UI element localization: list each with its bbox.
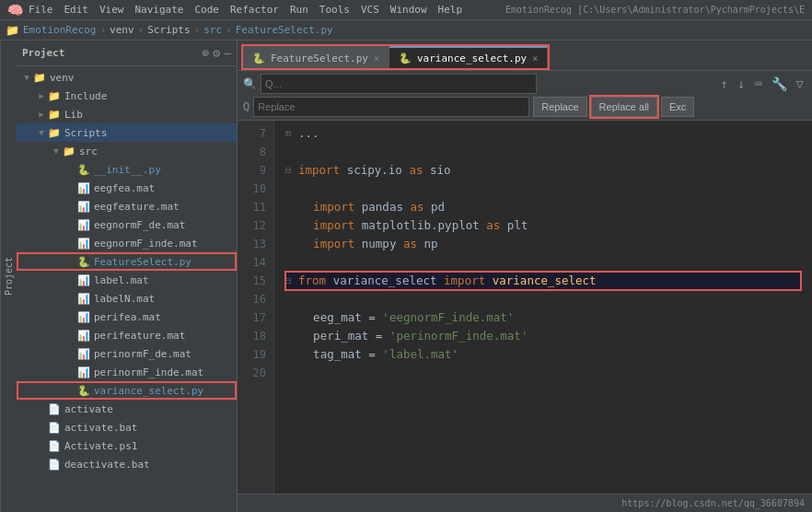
tree-item-label[interactable]: 📊label.mat bbox=[17, 271, 237, 289]
tree-label-eegnormF_inde: eegnormF_inde.mat bbox=[94, 238, 198, 250]
tab-label-featureselect: FeatureSelect.py bbox=[271, 52, 368, 64]
find-filter-icon[interactable]: ▽ bbox=[794, 76, 806, 91]
tree-item-eegnormF_inde[interactable]: 📊eegnormF_inde.mat bbox=[17, 234, 237, 252]
gear-icon[interactable]: ⚙ bbox=[213, 46, 220, 60]
tree-arrow-venv: ▼ bbox=[20, 73, 33, 82]
tree-label-include: Include bbox=[64, 90, 107, 102]
find-options-icon[interactable]: 🔧 bbox=[769, 76, 790, 91]
code-content[interactable]: ⊞... ⊟import scipy.io as sio import pand… bbox=[274, 121, 812, 494]
menu-bar: File Edit View Navigate Code Refactor Ru… bbox=[29, 4, 462, 16]
menu-code[interactable]: Code bbox=[194, 4, 219, 16]
tree-icon-activate: 📄 bbox=[48, 403, 61, 415]
breadcrumb-venv[interactable]: venv bbox=[110, 24, 134, 36]
tree-item-lib[interactable]: ▶📁Lib bbox=[17, 105, 237, 123]
side-panel-label[interactable]: Project bbox=[0, 41, 17, 512]
code-line-10 bbox=[285, 180, 801, 198]
menu-window[interactable]: Window bbox=[390, 4, 427, 16]
replace-button[interactable]: Replace bbox=[533, 97, 586, 117]
tree-item-labelN[interactable]: 📊labelN.mat bbox=[17, 289, 237, 308]
menu-view[interactable]: View bbox=[99, 4, 124, 16]
menu-tools[interactable]: Tools bbox=[319, 4, 350, 16]
replace-icon: Q bbox=[243, 100, 249, 113]
tree-item-varianceselect[interactable]: 🐍variance_select.py bbox=[17, 381, 237, 400]
tree-item-deactivatebat[interactable]: 📄deactivate.bat bbox=[17, 455, 237, 473]
tree-label-src: src bbox=[79, 145, 98, 157]
tree-item-activateps1[interactable]: 📄Activate.ps1 bbox=[17, 436, 237, 455]
tree-label-scripts: Scripts bbox=[64, 127, 107, 139]
fold-icon[interactable]: ⊟ bbox=[285, 161, 298, 180]
app-logo: 🧠 bbox=[7, 3, 23, 17]
fold-icon[interactable]: ⊞ bbox=[285, 124, 298, 143]
tree-item-init[interactable]: 🐍__init__.py bbox=[17, 160, 237, 179]
tab-close-varianceselect[interactable]: × bbox=[532, 53, 538, 64]
path-info: EmotionRecog [C:\Users\Administrator\Pyc… bbox=[505, 5, 805, 15]
tab-featureselect[interactable]: 🐍FeatureSelect.py× bbox=[243, 46, 389, 69]
tree-label-perinormF_inde: perinormF_inde.mat bbox=[94, 367, 203, 378]
tree-item-scripts[interactable]: ▼📁Scripts bbox=[17, 123, 237, 142]
tab-icon-featureselect: 🐍 bbox=[252, 52, 265, 64]
find-up-icon[interactable]: ↑ bbox=[717, 76, 730, 91]
find-nav-icons: ↑ ↓ ⌨ 🔧 ▽ bbox=[717, 76, 806, 91]
breadcrumb-src[interactable]: src bbox=[203, 24, 222, 36]
replace-input[interactable] bbox=[253, 97, 529, 117]
tree-icon-activatebat: 📄 bbox=[48, 422, 61, 434]
menu-help[interactable]: Help bbox=[438, 4, 463, 16]
tree-arrow-scripts: ▼ bbox=[35, 128, 48, 137]
exclude-button[interactable]: Exc bbox=[661, 97, 694, 117]
breadcrumb-file[interactable]: FeatureSelect.py bbox=[236, 24, 333, 36]
fold-icon[interactable]: ⊟ bbox=[285, 272, 298, 290]
tab-icon-varianceselect: 🐍 bbox=[399, 52, 412, 64]
tree-icon-label: 📊 bbox=[77, 274, 90, 286]
menu-file[interactable]: File bbox=[29, 4, 53, 16]
replace-row: Q Replace Replace all Exc bbox=[243, 97, 806, 117]
breadcrumb-sep-2: › bbox=[138, 24, 145, 36]
tree-item-eegnormF_de[interactable]: 📊eegnormF_de.mat bbox=[17, 215, 237, 234]
tree-item-perifeature[interactable]: 📊perifeature.mat bbox=[17, 326, 237, 344]
tree-item-include[interactable]: ▶📁Include bbox=[17, 87, 237, 105]
code-line-18: peri_mat = 'perinormF_inde.mat' bbox=[285, 327, 801, 345]
code-line-9: ⊟import scipy.io as sio bbox=[285, 161, 801, 180]
project-panel-header: Project ⊕ ⚙ – bbox=[17, 41, 237, 66]
add-icon[interactable]: ⊕ bbox=[203, 46, 210, 60]
tree-item-perifea[interactable]: 📊perifea.mat bbox=[17, 308, 237, 326]
breadcrumb-emotionrecog[interactable]: EmotionRecog bbox=[23, 24, 96, 36]
tree-item-eegfeature[interactable]: 📊eegfeature.mat bbox=[17, 197, 237, 215]
tree-item-src[interactable]: ▼📁src bbox=[17, 142, 237, 160]
tree-item-activatebat[interactable]: 📄activate.bat bbox=[17, 418, 237, 436]
tree-label-eegfeature: eegfeature.mat bbox=[94, 201, 180, 213]
breadcrumb-bar: 📁 EmotionRecog › venv › Scripts › src › … bbox=[0, 20, 812, 41]
tree-label-eegfea: eegfea.mat bbox=[94, 182, 155, 194]
menu-refactor[interactable]: Refactor bbox=[230, 4, 279, 16]
menu-navigate[interactable]: Navigate bbox=[135, 4, 184, 16]
tree-label-labelN: labelN.mat bbox=[94, 293, 155, 305]
tree-label-perifea: perifea.mat bbox=[94, 311, 161, 323]
tree-label-perinormF_de: perinormF_de.mat bbox=[94, 348, 191, 360]
tree-item-perinormF_inde[interactable]: 📊perinormF_inde.mat bbox=[17, 363, 237, 381]
find-match-icon[interactable]: ⌨ bbox=[751, 76, 764, 91]
tab-close-featureselect[interactable]: × bbox=[374, 53, 379, 64]
tree-icon-varianceselect: 🐍 bbox=[77, 385, 90, 397]
code-line-19: tag_mat = 'label.mat' bbox=[285, 345, 801, 364]
replace-all-button[interactable]: Replace all bbox=[591, 97, 657, 117]
code-line-7: ⊞... bbox=[285, 124, 801, 143]
tree-icon-eegfea: 📊 bbox=[77, 182, 90, 194]
tab-varianceselect[interactable]: 🐍variance_select.py× bbox=[389, 46, 548, 69]
tree-item-venv[interactable]: ▼📁venv bbox=[17, 68, 237, 87]
tree-icon-activateps1: 📄 bbox=[48, 440, 61, 452]
code-line-11: import pandas as pd bbox=[285, 198, 801, 216]
tree-icon-eegnormF_inde: 📊 bbox=[77, 238, 90, 250]
collapse-icon[interactable]: – bbox=[224, 46, 231, 60]
tree-item-perinormF_de[interactable]: 📊perinormF_de.mat bbox=[17, 344, 237, 363]
tree-item-activate[interactable]: 📄activate bbox=[17, 400, 237, 418]
breadcrumb-scripts[interactable]: Scripts bbox=[147, 24, 190, 36]
tree-item-eegfea[interactable]: 📊eegfea.mat bbox=[17, 179, 237, 197]
code-area: 7891011121314151617181920 ⊞... ⊟import s… bbox=[238, 121, 812, 494]
find-down-icon[interactable]: ↓ bbox=[735, 76, 748, 91]
code-line-12: import matplotlib.pyplot as plt bbox=[285, 216, 801, 235]
menu-vcs[interactable]: VCS bbox=[361, 4, 379, 16]
search-input[interactable] bbox=[261, 74, 537, 94]
menu-edit[interactable]: Edit bbox=[64, 4, 89, 16]
menu-run[interactable]: Run bbox=[290, 4, 308, 16]
find-replace-bar: 🔍 ↑ ↓ ⌨ 🔧 ▽ Q Replace Replace all Ex bbox=[238, 71, 812, 121]
tree-item-featureselect[interactable]: 🐍FeatureSelect.py bbox=[17, 252, 237, 271]
